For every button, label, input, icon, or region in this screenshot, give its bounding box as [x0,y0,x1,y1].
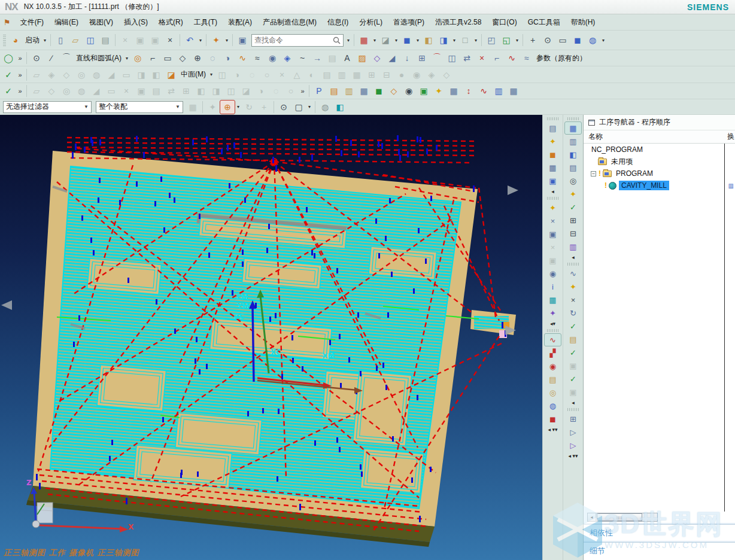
geometry-view-icon[interactable]: ◧ [565,148,581,160]
collapse-expander-icon[interactable]: − [591,171,596,176]
collapse-all-icon[interactable]: ⊟ [565,227,581,239]
document-cylinder-icon[interactable]: ◍ [545,400,561,412]
feed-axis-icon[interactable]: ↕ [461,84,476,98]
mirror-face-icon[interactable]: ⇄ [164,84,178,98]
move-face-icon[interactable]: ▱ [29,84,44,98]
copy-icon[interactable]: ▣ [133,34,147,47]
create-method-icon[interactable]: ▦ [545,162,561,174]
clip-section-icon[interactable]: ◨ [436,34,451,47]
text-tool-icon[interactable]: A [340,51,354,65]
rect-select-dropdown-arrow[interactable]: ▾ [306,104,312,109]
repeat-command-icon[interactable]: ✦ [209,34,223,47]
edit-display-icon[interactable]: ✦ [545,307,561,319]
clip-section-dropdown-arrow[interactable]: ▾ [451,38,457,43]
more-features-chevron[interactable]: » [299,87,306,95]
copy-face-icon[interactable]: ▣ [134,84,148,98]
menu-item-7[interactable]: 装配(A) [223,16,257,29]
studio-spline-icon[interactable]: ∿ [235,51,250,65]
x-form-icon[interactable]: ⊟ [379,68,394,81]
filter-active-icon[interactable]: ⊕ [220,101,235,114]
menu-item-1[interactable]: 文件(F) [16,16,48,29]
arc-tool-icon[interactable]: ⌒ [59,51,74,65]
filter-active-dropdown-arrow[interactable]: ▾ [235,104,241,109]
post-process-icon[interactable]: P [312,84,326,98]
face-blend-icon[interactable]: ○ [284,84,298,98]
delete-icon[interactable]: × [163,34,177,47]
variable-offset-icon[interactable]: ◑ [230,68,244,81]
through-curves-icon[interactable]: ◎ [74,68,89,81]
match-edge-icon[interactable]: ◈ [424,68,439,81]
bounded-plane-icon[interactable]: ◧ [149,68,163,81]
offset-surface-icon[interactable]: ◫ [215,68,229,81]
toolbar-collapse-arrow[interactable]: ◂ ▾▾ [567,452,579,459]
section-view-icon[interactable]: ◧ [421,34,436,47]
export-view-icon[interactable]: ▥ [565,241,581,252]
rectangle-tool-icon[interactable]: ▭ [555,34,570,47]
line-arc-menu-dropdown-arrow[interactable]: ▾ [124,56,130,61]
orient-view-dropdown-arrow[interactable]: ▾ [514,38,520,43]
output-frame-icon[interactable]: ⊞ [565,413,581,425]
transition-surface-icon[interactable]: ◨ [134,68,148,81]
line-tool-icon[interactable]: ∕ [44,51,59,65]
menu-item-3[interactable]: 视图(V) [84,16,118,29]
toolpath-canvas[interactable] [0,115,542,560]
horizontal-scrollbar[interactable]: ◂ |||| [587,513,658,522]
four-point-surface-icon[interactable]: ▱ [29,68,44,81]
primitives-dropdown-arrow[interactable]: ▾ [600,38,606,43]
menu-item-5[interactable]: 格式(R) [154,16,188,29]
shaded-display-icon[interactable]: ◼ [400,34,414,47]
orient-view-model-icon[interactable]: ◰ [484,34,499,47]
combine-curve-icon[interactable]: ⊞ [415,51,429,65]
delete-edge-icon[interactable]: × [275,68,289,81]
document-cube-icon[interactable]: ◼ [545,413,561,425]
law-extension-icon[interactable]: ◐ [305,68,319,81]
path-points-icon[interactable]: ∿ [476,84,491,98]
window-layout-icon[interactable]: ▦ [357,34,371,47]
create-operation-icon[interactable]: ▣ [545,175,561,187]
bridge-curve-icon[interactable]: ⌒ [430,51,444,65]
machine-simulate-icon[interactable]: ▣ [565,360,581,372]
selection-filter-arrow-icon[interactable]: ▼ [84,104,89,109]
object-info-icon[interactable]: i [545,281,561,293]
curve-length-icon[interactable]: ⌐ [490,51,504,65]
start-label-label[interactable]: 启动 [23,35,41,45]
tree-row-unused[interactable]: 未用项 [584,156,735,168]
direct-sketch-icon[interactable]: ✓ [1,68,16,81]
offset-region-icon[interactable]: ◎ [59,84,74,98]
menu-item-15[interactable]: 帮助(H) [566,16,600,29]
filter-ok-icon[interactable]: ✓ [565,201,581,213]
start-dropdown-arrow[interactable]: ▾ [42,38,48,43]
menu-item-12[interactable]: 浩强工具v2.58 [430,16,486,29]
save-icon[interactable]: ◫ [83,34,98,47]
tool-tree-icon[interactable]: ▦ [447,84,461,98]
menu-item-11[interactable]: 首选项(P) [388,16,429,29]
resize-blend-icon[interactable]: ◢ [89,84,104,98]
cylinder-primitive-icon[interactable]: ◍ [585,34,600,47]
through-curve-mesh-icon[interactable]: ◍ [89,68,104,81]
delete-toolpath-icon[interactable]: × [565,294,581,306]
paste-object-icon[interactable]: ▣ [545,254,561,266]
menu-item-4[interactable]: 插入(S) [119,16,153,29]
verify-toolpath-icon[interactable]: ✓ [565,320,581,332]
global-shaping-icon[interactable]: ⊞ [365,68,379,81]
xyz-polyline-icon[interactable]: ≈ [250,51,265,65]
add-to-document-icon[interactable]: ▤ [545,373,561,385]
section-curve-icon[interactable]: ◫ [445,51,459,65]
workpiece-display-icon[interactable]: ◧ [333,101,347,114]
reorder-toolpath-icon[interactable]: ↻ [565,307,581,319]
selection-scope-select[interactable]: 整个装配▼ [96,101,183,113]
filter-operations-icon[interactable]: ✦ [565,188,581,200]
undo-icon[interactable]: ↶ [183,34,197,47]
edit-cross-section-icon[interactable]: ◧ [194,84,208,98]
new-file-icon[interactable]: ▯ [53,34,68,47]
selection-scope-arrow-icon[interactable]: ▼ [175,104,180,109]
play-forward-icon[interactable]: ▷ [565,426,581,438]
tool-wrench-icon[interactable]: ✦ [432,84,446,98]
generate-toolpath-icon[interactable]: ∿ [565,267,581,279]
machine-bed-icon[interactable]: ▣ [417,84,431,98]
menu-item-2[interactable]: 编辑(E) [50,16,83,29]
trim-curve-icon[interactable]: × [475,51,489,65]
copy-object-icon[interactable]: ▣ [545,228,561,240]
helix-tool-icon[interactable]: ◉ [265,51,280,65]
ellipse-tool-icon[interactable]: ◎ [130,51,145,65]
